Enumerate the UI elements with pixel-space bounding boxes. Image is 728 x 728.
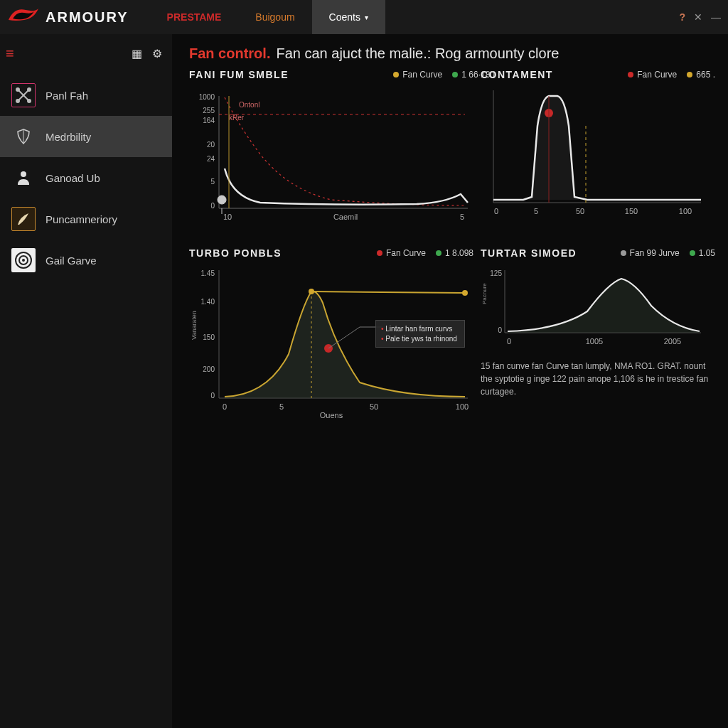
sidebar-item-label: Medrbility: [46, 131, 91, 143]
sidebar-item-gail-garve[interactable]: Gail Garve: [0, 240, 172, 281]
tab-label: PRESTAME: [167, 11, 222, 23]
chart-legend: Fan Curve 1 66·180: [393, 70, 495, 80]
svg-text:24: 24: [207, 155, 215, 163]
chart-description: 15 fan cunve fan Curve tan lumply, NMA R…: [481, 360, 715, 398]
hamburger-icon[interactable]: ≡: [6, 46, 14, 62]
legend-label: 1.05: [699, 248, 715, 258]
svg-point-5: [28, 100, 31, 102]
chart-contament: CONTAMENT Fan Curve 665 .: [481, 69, 715, 229]
svg-text:10: 10: [223, 213, 232, 221]
svg-text:Caemil: Caemil: [333, 213, 358, 221]
legend-dot-icon: [621, 250, 626, 256]
svg-text:150: 150: [203, 333, 215, 341]
legend-dot-icon: [628, 72, 633, 77]
sidebar-item-label: Ganoad Ub: [46, 172, 100, 184]
window-controls: ? ✕ —: [679, 0, 721, 34]
svg-point-2: [16, 88, 19, 91]
chart-fani-fum-smble: FANI FUM SMBLE Fan Curve 1 66·180 1000 2…: [189, 69, 473, 229]
svg-text:0: 0: [210, 392, 215, 400]
svg-text:20: 20: [207, 141, 215, 149]
svg-text:Vanaraten: Vanaraten: [191, 311, 198, 340]
svg-text:Pacnure: Pacnure: [481, 283, 488, 304]
svg-text:100: 100: [456, 402, 469, 411]
chart-plot[interactable]: 125 0 Pacnure 0 1005 2005: [481, 262, 715, 354]
chart-badge: kRer: [229, 114, 245, 122]
callout-line: Pale tie yws ta rhinond: [381, 334, 459, 344]
tab-buigoum[interactable]: Buigoum: [238, 0, 311, 34]
brand-text: ARMOURY: [46, 9, 129, 26]
chart-plot[interactable]: 0 5 50 150 100: [481, 83, 715, 225]
chart-title: FANI FUM SMBLE: [189, 69, 289, 80]
titlebar: ARMOURY PRESTAME Buigoum Coents ▾ ? ✕ —: [0, 0, 728, 34]
sidebar-item-label: Panl Fah: [46, 90, 88, 102]
svg-text:1005: 1005: [586, 337, 603, 346]
svg-point-4: [16, 100, 19, 102]
person-icon: [11, 166, 36, 190]
tab-label: Buigoum: [255, 11, 294, 23]
legend-dot-icon: [452, 72, 458, 77]
minimize-icon[interactable]: —: [711, 11, 721, 23]
svg-text:5: 5: [279, 402, 284, 411]
quill-icon: [11, 207, 36, 231]
chart-badge: Ontonl: [239, 101, 259, 109]
tab-label: Coents: [329, 11, 360, 23]
chart-legend: Fan 99 Jurve 1.05: [621, 248, 715, 258]
chart-turtar-simoed: TURTAR SIMOED Fan 99 Jurve 1.05 125 0 Pa…: [481, 247, 715, 422]
chart-plot[interactable]: 1.45 1.40 150 200 0 Vanaraten: [189, 262, 473, 422]
svg-text:5: 5: [534, 207, 538, 215]
sidebar: ≡ ▦ ⚙ Panl Fah Medrbility Ganoad Ub: [0, 34, 172, 728]
legend-label: 1 66·180: [461, 70, 495, 80]
svg-point-44: [462, 290, 468, 296]
main-content: Fan control. Fan can ajuct the malie.: R…: [172, 34, 728, 728]
sidebar-item-label: Gail Garve: [46, 255, 97, 267]
svg-text:0: 0: [223, 402, 227, 411]
svg-text:164: 164: [203, 117, 215, 124]
legend-dot-icon: [377, 250, 382, 256]
gear-icon[interactable]: ⚙: [152, 47, 162, 60]
svg-text:1.40: 1.40: [201, 298, 215, 306]
grid-icon[interactable]: ▦: [132, 47, 142, 60]
chart-plot[interactable]: 1000 255 164 20 24 5 0: [189, 83, 473, 229]
legend-dot-icon: [690, 250, 695, 256]
page-title-highlight: Fan control.: [189, 46, 270, 62]
svg-point-3: [28, 88, 31, 91]
svg-text:1.45: 1.45: [201, 269, 215, 277]
svg-text:200: 200: [203, 365, 215, 373]
sidebar-item-medrbility[interactable]: Medrbility: [0, 116, 172, 157]
sidebar-top: ≡ ▦ ⚙: [0, 41, 172, 75]
svg-text:50: 50: [370, 402, 378, 411]
sidebar-item-panl-fah[interactable]: Panl Fah: [0, 75, 172, 116]
chevron-down-icon: ▾: [365, 14, 368, 21]
sidebar-item-ganoad-ub[interactable]: Ganoad Ub: [0, 157, 172, 198]
svg-text:50: 50: [576, 207, 584, 215]
tab-prestame[interactable]: PRESTAME: [150, 0, 239, 34]
legend-label: Fan 99 Jurve: [630, 248, 680, 258]
svg-text:255: 255: [203, 107, 215, 114]
svg-text:5: 5: [210, 178, 215, 186]
close-icon[interactable]: ✕: [694, 11, 702, 23]
chart-title: TURTAR SIMOED: [481, 247, 577, 259]
target-icon: [11, 248, 36, 272]
svg-line-42: [311, 291, 465, 293]
legend-dot-icon: [436, 250, 441, 256]
crossbones-icon: [11, 83, 36, 107]
help-icon[interactable]: ?: [679, 11, 685, 23]
svg-text:150: 150: [625, 207, 638, 215]
svg-text:0: 0: [507, 337, 511, 346]
legend-label: 665 .: [696, 70, 715, 80]
legend-dot-icon: [393, 72, 399, 77]
svg-text:0: 0: [494, 207, 498, 215]
svg-text:125: 125: [490, 269, 502, 277]
chart-legend: Fan Curve 1 8.098: [377, 248, 473, 258]
svg-text:5: 5: [460, 213, 464, 221]
svg-text:2005: 2005: [664, 337, 681, 346]
chart-legend: Fan Curve 665 .: [628, 70, 715, 80]
tab-coents[interactable]: Coents ▾: [312, 0, 385, 34]
chart-turbo-ponbls: TURBO PONBLS Fan Curve 1 8.098 1.45 1.40…: [189, 247, 473, 422]
sidebar-item-puncamneriory[interactable]: Puncamneriory: [0, 198, 172, 240]
svg-text:1000: 1000: [199, 93, 215, 101]
page-header: Fan control. Fan can ajuct the malie.: R…: [189, 46, 715, 62]
legend-label: Fan Curve: [637, 70, 677, 80]
svg-point-6: [21, 171, 26, 177]
legend-dot-icon: [687, 72, 692, 77]
